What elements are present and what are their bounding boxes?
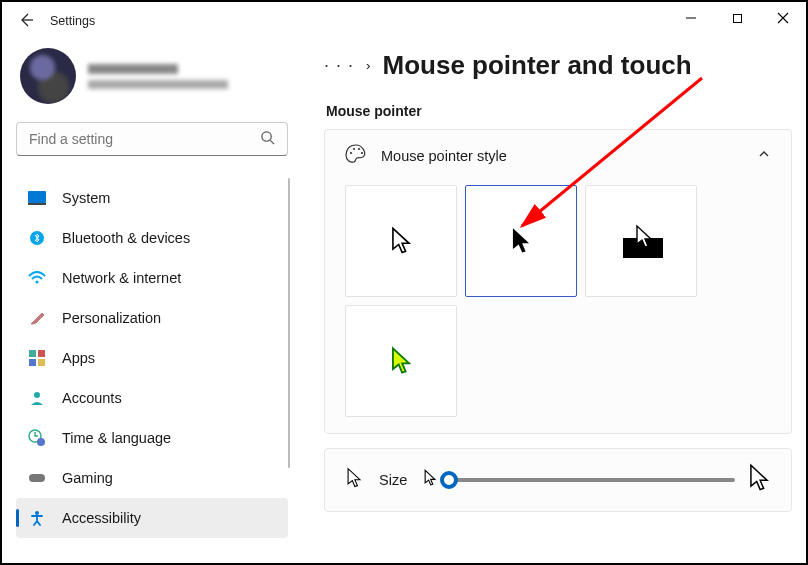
svg-point-15: [350, 152, 352, 154]
gamepad-icon: [28, 469, 46, 487]
pointer-style-black[interactable]: [465, 185, 577, 297]
palette-icon: [345, 144, 367, 167]
apps-icon: [28, 349, 46, 367]
breadcrumb-separator: ›: [366, 58, 371, 73]
pointer-style-inverted[interactable]: [585, 185, 697, 297]
page-title: Mouse pointer and touch: [383, 50, 692, 81]
account-text-redacted: [88, 64, 228, 89]
slider-thumb[interactable]: [440, 471, 458, 489]
svg-rect-7: [38, 350, 45, 357]
mouse-pointer-style-card: Mouse pointer style: [324, 129, 792, 434]
card-title: Mouse pointer style: [381, 148, 507, 164]
nav-item-gaming[interactable]: Gaming: [16, 458, 288, 498]
svg-rect-6: [29, 350, 36, 357]
pointer-style-custom[interactable]: [345, 305, 457, 417]
nav-label: Time & language: [62, 430, 171, 446]
nav-label: Accounts: [62, 390, 122, 406]
maximize-button[interactable]: [714, 2, 760, 34]
nav-item-personalization[interactable]: Personalization: [16, 298, 288, 338]
nav-item-apps[interactable]: Apps: [16, 338, 288, 378]
nav-label: System: [62, 190, 110, 206]
svg-point-10: [34, 392, 40, 398]
card-header[interactable]: Mouse pointer style: [325, 130, 791, 181]
nav-label: Gaming: [62, 470, 113, 486]
svg-point-14: [35, 511, 39, 515]
svg-point-12: [37, 438, 45, 446]
size-slider[interactable]: [449, 478, 735, 482]
pointer-size-card: Size: [324, 448, 792, 512]
svg-line-2: [270, 140, 274, 144]
nav-item-network[interactable]: Network & internet: [16, 258, 288, 298]
avatar: [20, 48, 76, 104]
nav-label: Accessibility: [62, 510, 141, 526]
accessibility-icon: [28, 509, 46, 527]
pointer-style-white[interactable]: [345, 185, 457, 297]
svg-rect-9: [38, 359, 45, 366]
search-box[interactable]: [16, 122, 288, 156]
nav-label: Personalization: [62, 310, 161, 326]
small-cursor-icon: [423, 469, 437, 491]
person-icon: [28, 389, 46, 407]
nav-label: Apps: [62, 350, 95, 366]
svg-rect-3: [28, 191, 46, 203]
window-controls: [668, 2, 806, 34]
svg-point-16: [353, 148, 355, 150]
nav: System Bluetooth & devices Network & int…: [16, 178, 288, 538]
large-cursor-icon: [747, 463, 771, 497]
breadcrumb-ellipsis[interactable]: · · ·: [324, 55, 354, 76]
main-pane: · · · › Mouse pointer and touch Mouse po…: [302, 40, 806, 563]
svg-point-18: [361, 152, 363, 154]
paintbrush-icon: [28, 309, 46, 327]
clock-globe-icon: [28, 429, 46, 447]
svg-rect-13: [29, 474, 45, 482]
scrollbar[interactable]: [288, 178, 290, 468]
nav-item-time-language[interactable]: Time & language: [16, 418, 288, 458]
wifi-icon: [28, 269, 46, 287]
search-icon: [260, 130, 275, 149]
account-block[interactable]: [20, 48, 288, 104]
pointer-style-options: [325, 181, 791, 433]
close-button[interactable]: [760, 2, 806, 34]
nav-item-system[interactable]: System: [16, 178, 288, 218]
search-input[interactable]: [29, 131, 260, 147]
cursor-icon: [345, 467, 363, 493]
nav-item-bluetooth[interactable]: Bluetooth & devices: [16, 218, 288, 258]
section-label: Mouse pointer: [326, 103, 792, 119]
nav-item-accessibility[interactable]: Accessibility: [16, 498, 288, 538]
breadcrumb: · · · › Mouse pointer and touch: [324, 50, 792, 81]
svg-point-17: [358, 148, 360, 150]
nav-item-accounts[interactable]: Accounts: [16, 378, 288, 418]
bluetooth-icon: [28, 229, 46, 247]
app-name: Settings: [50, 14, 95, 28]
chevron-up-icon: [757, 147, 771, 164]
sidebar: System Bluetooth & devices Network & int…: [2, 40, 302, 563]
size-slider-group: [423, 463, 771, 497]
svg-point-5: [36, 281, 39, 284]
nav-label: Bluetooth & devices: [62, 230, 190, 246]
back-button[interactable]: [10, 12, 42, 31]
display-icon: [28, 189, 46, 207]
svg-rect-4: [28, 203, 46, 205]
size-label: Size: [379, 472, 407, 488]
svg-rect-8: [29, 359, 36, 366]
nav-label: Network & internet: [62, 270, 181, 286]
minimize-button[interactable]: [668, 2, 714, 34]
svg-point-1: [262, 131, 271, 140]
